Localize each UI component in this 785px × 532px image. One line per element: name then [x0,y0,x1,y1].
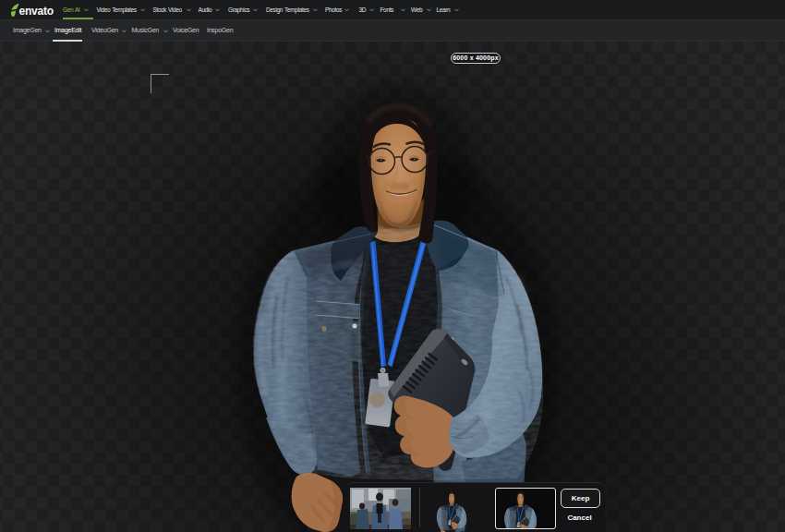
svg-text:envato: envato [19,5,54,17]
